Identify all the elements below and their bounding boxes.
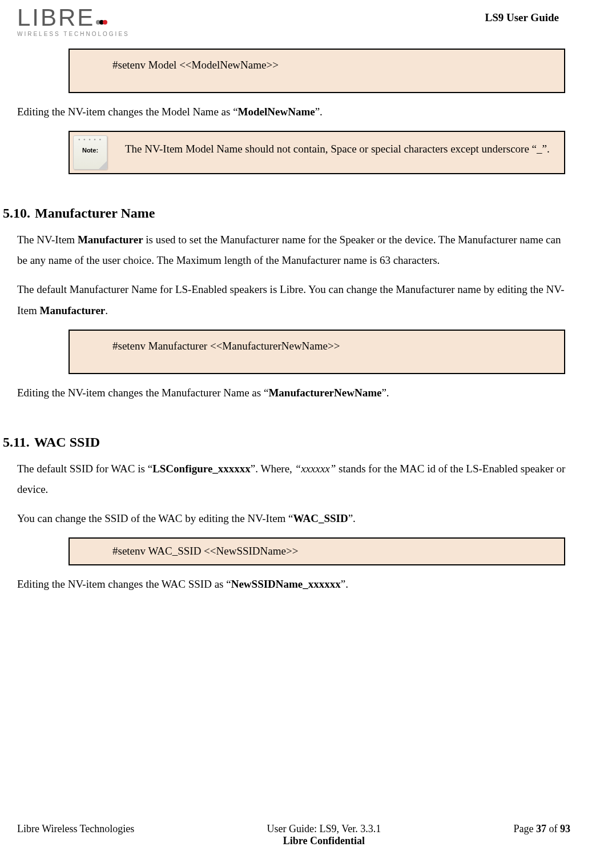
section-heading-511: 5.11.WAC SSID	[3, 435, 570, 450]
section-title: WAC SSID	[34, 435, 100, 449]
logo-dots-icon	[96, 20, 107, 25]
command-box-model: #setenv Model <<ModelNewName>>	[69, 49, 565, 93]
paragraph: Editing the NV-item changes the Manufact…	[17, 383, 570, 403]
paragraph: Editing the NV-item changes the WAC SSID…	[17, 574, 570, 595]
note-icon: ● ● ● ● ● Note:	[70, 132, 111, 173]
note-label: Note:	[82, 147, 98, 154]
paragraph: The NV-Item Manufacturer is used to set …	[17, 230, 570, 271]
command-text: #setenv WAC_SSID <<NewSSIDName>>	[112, 545, 298, 557]
page-footer: Libre Wireless Technologies User Guide: …	[17, 823, 570, 847]
note-text: The NV-Item Model Name should not contai…	[111, 132, 564, 173]
logo: LIBRE WIRELESS TECHNOLOGIES	[17, 6, 130, 37]
note-box: ● ● ● ● ● Note: The NV-Item Model Name s…	[69, 131, 565, 174]
paragraph: You can change the SSID of the WAC by ed…	[17, 508, 570, 529]
logo-subtitle: WIRELESS TECHNOLOGIES	[17, 31, 130, 37]
section-heading-510: 5.10.Manufacturer Name	[3, 206, 570, 221]
logo-text: LIBRE	[17, 6, 107, 30]
footer-left: Libre Wireless Technologies	[17, 823, 134, 847]
command-text: #setenv Model <<ModelNewName>>	[112, 59, 279, 71]
section-number: 5.11.	[3, 435, 30, 449]
paragraph: The default SSID for WAC is “LSConfigure…	[17, 459, 570, 500]
section-title: Manufacturer Name	[35, 206, 155, 220]
command-box-wacssid: #setenv WAC_SSID <<NewSSIDName>>	[69, 537, 565, 565]
paragraph: Editing the NV-item changes the Model Na…	[17, 102, 570, 122]
command-box-manufacturer: #setenv Manufacturer <<ManufacturerNewNa…	[69, 330, 565, 374]
logo-main: LIBRE	[17, 6, 95, 30]
document-title: LS9 User Guide	[485, 11, 559, 24]
command-text: #setenv Manufacturer <<ManufacturerNewNa…	[112, 340, 340, 352]
footer-right: Page 37 of 93	[513, 823, 570, 847]
page-header: LIBRE WIRELESS TECHNOLOGIES LS9 User Gui…	[17, 6, 570, 37]
paragraph: The default Manufacturer Name for LS-Ena…	[17, 279, 570, 320]
footer-center: User Guide: LS9, Ver. 3.3.1 Libre Confid…	[267, 823, 381, 847]
sticky-note-icon: ● ● ● ● ● Note:	[73, 135, 107, 170]
section-number: 5.10.	[3, 206, 30, 220]
